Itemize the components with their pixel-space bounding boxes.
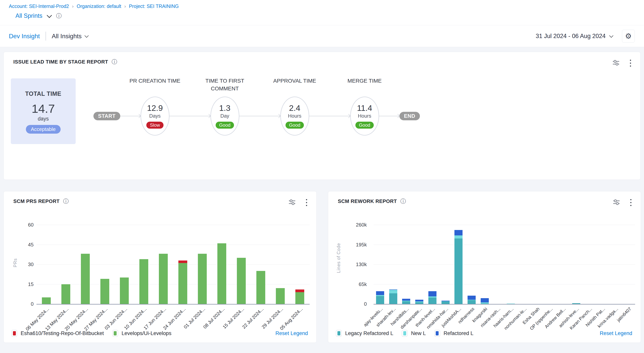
- bar-segment[interactable]: [428, 291, 436, 296]
- panel-title: ISSUE LEAD TIME BY STAGE REPORT: [13, 59, 108, 65]
- bar-segment[interactable]: [415, 300, 423, 302]
- bar-segment[interactable]: [237, 258, 246, 304]
- bar-segment[interactable]: [140, 259, 148, 304]
- bar-segment[interactable]: [468, 300, 476, 304]
- legend-swatch: [402, 330, 408, 337]
- bar-segment[interactable]: [376, 296, 384, 304]
- filter-sliders-icon[interactable]: [612, 58, 620, 68]
- bar-segment[interactable]: [159, 254, 168, 304]
- bar-segment[interactable]: [376, 295, 384, 296]
- x-tick-text: jatin6407: [616, 306, 632, 323]
- stage-circle[interactable]: 1.3DayGood: [210, 96, 240, 136]
- kebab-menu-icon[interactable]: [305, 198, 308, 207]
- info-icon[interactable]: ⓘ: [400, 198, 406, 204]
- total-time-heading: TOTAL TIME: [11, 90, 76, 97]
- legend-item[interactable]: Legacy Refactored L: [336, 330, 393, 337]
- bar-segment[interactable]: [100, 279, 109, 304]
- bar-segment[interactable]: [81, 254, 90, 304]
- bar-segment[interactable]: [376, 291, 384, 295]
- y-axis: 015304560: [10, 225, 34, 304]
- legend-item[interactable]: Levelops/Ui-Levelops: [112, 330, 172, 337]
- insights-dropdown[interactable]: All Insights: [52, 33, 88, 40]
- legend-label: Levelops/Ui-Levelops: [122, 330, 172, 336]
- bar-segment[interactable]: [120, 278, 129, 304]
- sprint-selector-label[interactable]: All Sprints: [16, 12, 42, 19]
- info-icon[interactable]: ⓘ: [63, 198, 69, 204]
- stage-title: MERGE TIME: [333, 77, 396, 85]
- stage-title: PR CREATION TIME: [123, 77, 187, 85]
- breadcrumb-link[interactable]: Organization: default: [77, 4, 121, 9]
- kebab-menu-icon[interactable]: [629, 59, 632, 68]
- bar-segment[interactable]: [572, 303, 580, 304]
- stage-circle[interactable]: 11.4HoursGood: [350, 96, 379, 136]
- bar-segment[interactable]: [276, 288, 285, 304]
- kebab-menu-icon[interactable]: [630, 198, 632, 207]
- bar-segment[interactable]: [454, 238, 462, 304]
- filter-sliders-icon[interactable]: [612, 198, 621, 207]
- bar-segment[interactable]: [217, 243, 226, 304]
- bar-segment[interactable]: [415, 302, 423, 302]
- bar-segment[interactable]: [178, 260, 187, 263]
- date-range-picker[interactable]: 31 Jul 2024 - 06 Aug 2024: [536, 33, 606, 40]
- filter-sliders-icon[interactable]: [288, 198, 296, 207]
- chevron-down-icon[interactable]: [609, 34, 613, 38]
- bar-segment[interactable]: [402, 301, 410, 301]
- bar-segment[interactable]: [468, 296, 476, 300]
- reset-legend-link[interactable]: Reset Legend: [600, 330, 632, 336]
- y-tick-label: 260k: [344, 222, 367, 228]
- breadcrumb-separator-icon: ›: [124, 4, 126, 9]
- bar-segment[interactable]: [442, 301, 450, 301]
- bar-segment[interactable]: [62, 284, 70, 304]
- total-time-badge: Acceptable: [26, 125, 61, 134]
- stage-node: PR CREATION TIME12.9DaysSlow: [140, 77, 170, 136]
- bar-segment[interactable]: [389, 290, 397, 290]
- bar-segment[interactable]: [415, 302, 423, 304]
- info-icon[interactable]: ⓘ: [112, 59, 117, 65]
- gridline: [374, 284, 635, 284]
- bar-segment[interactable]: [402, 299, 410, 300]
- legend-item[interactable]: Refactored L: [434, 330, 474, 337]
- bar-segment[interactable]: [428, 296, 436, 298]
- bar-segment[interactable]: [295, 290, 304, 292]
- chevron-down-icon[interactable]: [84, 34, 88, 38]
- stage-circle[interactable]: 2.4HoursGood: [280, 96, 309, 136]
- insights-dropdown-label[interactable]: All Insights: [52, 33, 82, 40]
- legend-item[interactable]: New L: [402, 330, 426, 337]
- bar-segment[interactable]: [42, 298, 51, 304]
- gridline: [36, 284, 310, 284]
- bar-segment[interactable]: [428, 298, 436, 304]
- legend-item[interactable]: Esha610/Testing-Repo-Of-Bitbucket: [12, 330, 104, 337]
- y-axis: 065k130k195k260k: [344, 225, 367, 304]
- legend-label: Esha610/Testing-Repo-Of-Bitbucket: [21, 330, 104, 336]
- bar-segment[interactable]: [198, 254, 207, 304]
- stage-title: TIME TO FIRST COMMENT: [193, 77, 257, 92]
- gridline: [374, 264, 635, 264]
- bar-segment[interactable]: [389, 293, 397, 304]
- stage-circle[interactable]: 12.9DaysSlow: [140, 96, 170, 136]
- bar-segment[interactable]: [256, 271, 265, 304]
- bar-segment[interactable]: [442, 302, 450, 304]
- y-tick-label: 130k: [344, 262, 367, 267]
- lead-time-panel: ISSUE LEAD TIME BY STAGE REPORT ⓘ TOTAL …: [4, 52, 640, 180]
- bar-segment[interactable]: [178, 263, 187, 304]
- breadcrumb-link[interactable]: Project: SEI TRAINING: [129, 4, 179, 9]
- insight-name[interactable]: Dev Insight: [9, 33, 40, 40]
- bar-segment[interactable]: [454, 236, 462, 238]
- settings-button[interactable]: ⚙: [622, 30, 635, 42]
- top-bar: Account: SEI-Internal-Prod2›Organization…: [0, 0, 644, 25]
- breadcrumb-link[interactable]: Account: SEI-Internal-Prod2: [9, 4, 69, 9]
- bar-segment[interactable]: [295, 292, 304, 304]
- bar-segment[interactable]: [481, 302, 489, 304]
- chevron-down-icon[interactable]: [47, 13, 52, 18]
- bar-segment[interactable]: [507, 304, 515, 304]
- reset-legend-link[interactable]: Reset Legend: [276, 330, 308, 336]
- stage-badge: Slow: [146, 122, 163, 128]
- sprint-selector[interactable]: All Sprints ⓘ: [16, 12, 62, 19]
- bar-segment[interactable]: [481, 298, 489, 302]
- x-tick-text: OP (oppenhe...: [529, 306, 554, 331]
- rework-legend: Legacy Refactored LNew LRefactored LRese…: [336, 329, 632, 338]
- bar-segment[interactable]: [454, 230, 462, 236]
- bar-segment[interactable]: [402, 301, 410, 304]
- bar-segment[interactable]: [389, 290, 397, 293]
- stage-unit: Day: [220, 113, 229, 119]
